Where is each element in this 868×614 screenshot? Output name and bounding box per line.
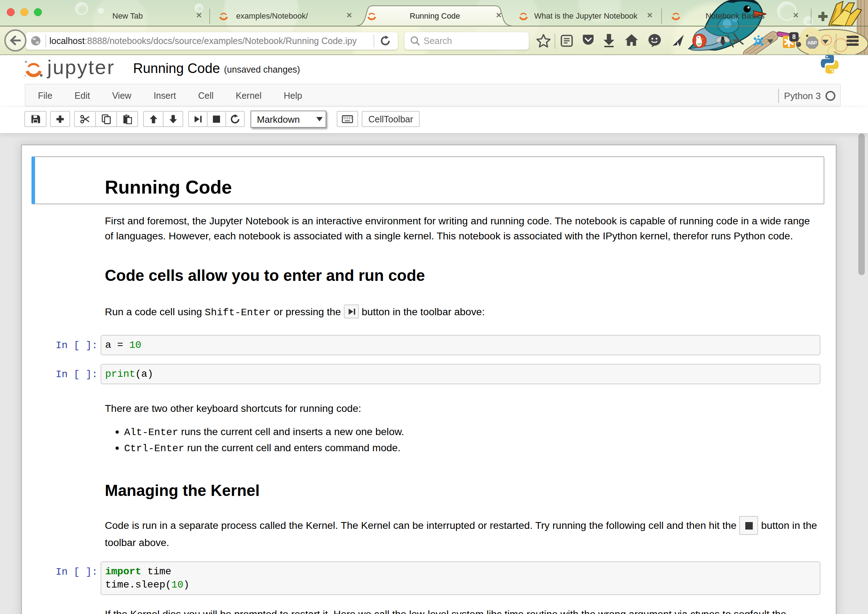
gecko-addon-icon[interactable]	[752, 35, 765, 48]
code-input[interactable]: print(a)	[101, 364, 820, 384]
markdown-cell-intro[interactable]: First and foremost, the Jupyter Notebook…	[105, 213, 829, 243]
tab-close-icon[interactable]: ×	[195, 11, 203, 19]
copy-icon	[102, 114, 111, 124]
move-cell-up-button[interactable]	[143, 111, 164, 127]
reload-icon[interactable]	[380, 36, 391, 46]
hello-dart-icon[interactable]	[671, 34, 685, 47]
menu-cell[interactable]: Cell	[187, 84, 225, 107]
restart-kernel-button[interactable]	[225, 111, 245, 127]
tab-running-code[interactable]: Running Code	[410, 11, 460, 21]
tab-close-icon[interactable]: ×	[495, 11, 502, 19]
new-tab-plus-icon[interactable]	[817, 11, 829, 22]
adblock-plus-icon[interactable]: ABP	[806, 37, 818, 49]
tab-label: Notebook Basics	[705, 11, 764, 21]
kernel-name: Python 3	[784, 90, 821, 102]
code-token: (a)	[135, 369, 153, 380]
markdown-cell-h2-code-cells[interactable]: Code cells allow you to enter and run co…	[105, 266, 829, 285]
menu-kernel[interactable]: Kernel	[225, 84, 273, 107]
search-bar[interactable]: Search	[404, 32, 529, 50]
code-input[interactable]: a = 10	[101, 335, 820, 355]
code-cell-1[interactable]: In [ ]: a = 10	[31, 335, 820, 355]
cell-type-select[interactable]: Markdown	[250, 110, 326, 128]
download-icon[interactable]	[603, 34, 615, 47]
jupyter-header: jupyter Running Code (unsaved changes)	[0, 55, 868, 82]
markdown-cell-shortcut-list[interactable]: Alt-Enter runs the current cell and inse…	[105, 424, 829, 456]
markdown-cell-run-instructions[interactable]: Run a code cell using Shift-Enter or pre…	[105, 304, 829, 320]
notebook-body: Running Code First and foremost, the Jup…	[0, 133, 868, 614]
code-cell-3[interactable]: In [ ]: import time time.sleep(10)	[31, 561, 820, 595]
select-caret-icon	[316, 117, 323, 121]
insert-cell-button[interactable]	[50, 111, 70, 127]
tab-close-icon[interactable]: ×	[792, 11, 799, 19]
markdown-cell-h2-kernel[interactable]: Managing the Kernel	[105, 481, 829, 500]
markdown-cell-title[interactable]: Running Code	[31, 157, 825, 204]
traffic-minimize-button[interactable]	[20, 8, 28, 16]
markdown-cell-shortcuts[interactable]: There are two other keyboard shortcuts f…	[105, 401, 829, 416]
url-bar[interactable]: localhost:8888/notebooks/docs/source/exa…	[26, 32, 398, 50]
home-icon[interactable]	[625, 34, 638, 47]
addon-badge-count: 8	[789, 32, 798, 42]
code-token: time	[141, 566, 171, 577]
paragraph: There are two other keyboard shortcuts f…	[105, 401, 829, 416]
arrow-down-icon	[169, 115, 177, 124]
code-token-number: 10	[129, 340, 141, 350]
menu-file[interactable]: File	[27, 84, 64, 107]
tab-close-icon[interactable]: ×	[346, 11, 353, 19]
scrollbar-thumb[interactable]	[858, 133, 865, 275]
globe-icon	[31, 36, 41, 46]
hamburger-menu-icon[interactable]	[846, 36, 859, 46]
caret-down-icon[interactable]	[822, 40, 829, 44]
tab-new-tab[interactable]: New Tab ×	[71, 6, 209, 26]
tab-what-is-jupyter[interactable]: What is the Jupyter Notebook ×	[512, 6, 661, 26]
checkpoint-status: (unsaved changes)	[224, 64, 300, 75]
menu-row: File Edit View Insert Cell Kernel Help P…	[0, 82, 868, 107]
back-button[interactable]	[4, 29, 26, 51]
caret-down-icon[interactable]	[732, 39, 738, 43]
move-cell-down-button[interactable]	[163, 111, 183, 127]
list-item: Alt-Enter runs the current cell and inse…	[124, 424, 829, 440]
markdown-cell-segfault[interactable]: If the Kernel dies you will be prompted …	[105, 606, 829, 614]
tab-label: What is the Jupyter Notebook	[534, 11, 638, 21]
stop-icon	[212, 115, 220, 123]
menu-edit[interactable]: Edit	[64, 84, 101, 107]
bookmark-star-icon[interactable]	[536, 34, 551, 48]
svg-text:ABP: ABP	[808, 40, 817, 45]
interrupt-kernel-button[interactable]	[207, 111, 226, 127]
browser-chrome: New Tab × examples/Notebook/ ×	[0, 0, 868, 55]
cell-toolbar-button[interactable]: CellToolbar	[362, 111, 420, 127]
menu-help[interactable]: Help	[273, 84, 313, 107]
notebook-title[interactable]: Running Code	[133, 61, 220, 76]
command-palette-button[interactable]	[337, 111, 358, 127]
paste-cell-button[interactable]	[116, 111, 138, 127]
traffic-zoom-button[interactable]	[34, 8, 42, 16]
smiley-icon[interactable]	[648, 34, 661, 47]
inline-stop-button-icon	[739, 516, 758, 535]
run-cell-button[interactable]	[188, 111, 208, 127]
markdown-cell-kernel-text[interactable]: Code is run in a separate process called…	[105, 516, 829, 550]
duckduckgo-icon[interactable]	[692, 33, 707, 48]
text-run3: button in the toolbar above:	[359, 306, 485, 317]
input-prompt: In [ ]:	[31, 561, 101, 595]
back-arrow-icon	[9, 35, 22, 46]
url-text[interactable]: localhost:8888/notebooks/docs/source/exa…	[50, 36, 371, 46]
dot-addon-icon[interactable]	[796, 42, 801, 47]
reading-list-icon[interactable]	[560, 34, 573, 47]
code-cell-2[interactable]: In [ ]: print(a)	[31, 364, 820, 384]
jupyter-logo[interactable]: jupyter	[23, 57, 115, 80]
menu-insert[interactable]: Insert	[143, 84, 187, 107]
run-group	[188, 111, 245, 127]
cut-cell-button[interactable]	[74, 111, 96, 127]
fly-addon-icon[interactable]	[715, 34, 731, 47]
traffic-close-button[interactable]	[7, 8, 15, 16]
save-button[interactable]	[24, 111, 46, 127]
pocket-icon[interactable]	[582, 34, 595, 47]
code-input[interactable]: import time time.sleep(10)	[101, 561, 820, 595]
refresh-icon	[230, 115, 240, 124]
tab-close-icon[interactable]: ×	[646, 11, 653, 19]
copy-cell-button[interactable]	[95, 111, 117, 127]
tab-examples-notebook[interactable]: examples/Notebook/ ×	[212, 6, 358, 26]
menu-view[interactable]: View	[101, 84, 143, 107]
caret-down-icon[interactable]	[767, 39, 773, 43]
navbar-separator	[555, 34, 555, 49]
tab-notebook-basics[interactable]: Notebook Basics ×	[665, 6, 806, 26]
